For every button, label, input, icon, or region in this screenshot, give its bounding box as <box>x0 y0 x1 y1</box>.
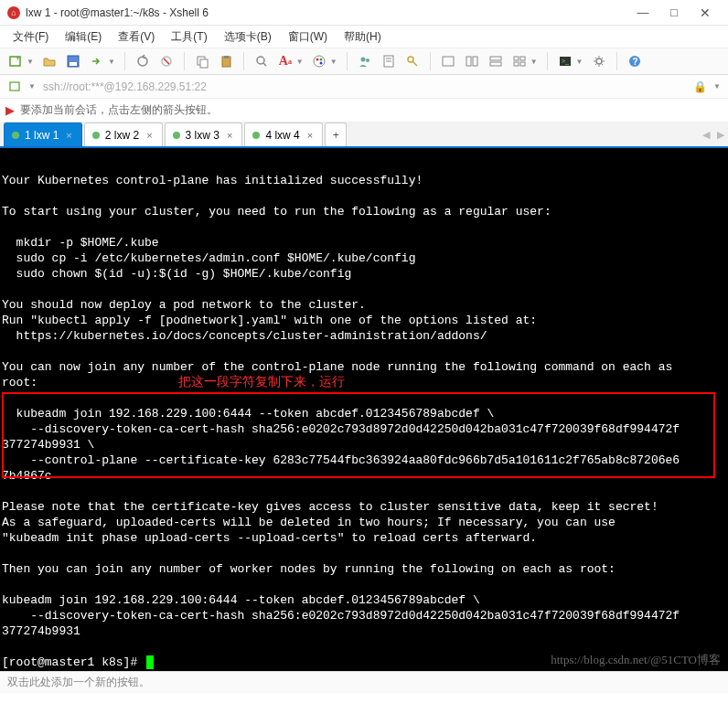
status-text: 双击此处添加一个新的按钮。 <box>7 675 150 690</box>
settings-icon[interactable] <box>589 51 609 71</box>
layout3-icon[interactable] <box>486 51 506 71</box>
users-icon[interactable] <box>355 51 375 71</box>
tab-4[interactable]: 4 lxw 4 × <box>244 122 323 146</box>
status-dot-icon <box>12 132 19 139</box>
tab-label: 3 lxw 3 <box>186 129 219 142</box>
status-dot-icon <box>92 132 100 139</box>
dropdown-icon[interactable]: ▼ <box>530 58 538 66</box>
svg-point-13 <box>314 56 325 67</box>
svg-line-23 <box>412 61 417 66</box>
tab-1[interactable]: 1 lxw 1 × <box>4 122 82 146</box>
toolbar-separator <box>124 52 125 70</box>
menu-help[interactable]: 帮助(H) <box>337 27 389 47</box>
toolbar-separator <box>184 52 185 70</box>
svg-point-15 <box>319 59 322 61</box>
svg-rect-32 <box>520 62 525 66</box>
svg-point-14 <box>316 59 318 61</box>
disconnect-icon[interactable] <box>156 51 177 71</box>
save-icon[interactable] <box>63 51 83 71</box>
tab-next-icon[interactable]: ▶ <box>713 129 728 141</box>
toolbar-separator <box>547 52 548 70</box>
layout1-icon[interactable] <box>438 51 458 71</box>
toolbar-separator <box>430 52 431 70</box>
toolbar-separator <box>616 52 617 70</box>
lock-icon: 🔒 <box>693 80 707 93</box>
copy-icon[interactable] <box>192 51 212 71</box>
tab-2[interactable]: 2 lxw 2 × <box>84 122 163 146</box>
layout4-icon[interactable] <box>509 51 530 71</box>
svg-rect-27 <box>490 57 501 60</box>
sessions-dropdown-icon[interactable] <box>5 77 26 97</box>
find-icon[interactable] <box>252 51 272 71</box>
svg-point-4 <box>138 57 147 66</box>
paste-icon[interactable] <box>216 51 236 71</box>
app-icon: ⌂ <box>7 6 20 19</box>
maximize-button[interactable]: □ <box>658 3 690 23</box>
cursor-icon <box>146 655 154 669</box>
tab-3[interactable]: 3 lxw 3 × <box>165 122 243 146</box>
dropdown-icon[interactable]: ▼ <box>27 58 34 66</box>
svg-text:+: + <box>16 54 20 63</box>
tab-prev-icon[interactable]: ◀ <box>699 129 713 141</box>
status-dot-icon <box>173 132 180 139</box>
svg-line-12 <box>263 63 266 66</box>
menu-tools[interactable]: 工具(T) <box>164 27 214 47</box>
key-icon[interactable] <box>402 51 423 71</box>
svg-rect-30 <box>520 57 525 60</box>
menu-window[interactable]: 窗口(W) <box>281 27 335 47</box>
svg-text:?: ? <box>632 57 637 67</box>
toolbar: +▼ ▼ Aa▼ ▼ ▼ >_▼ ? <box>0 48 728 75</box>
dropdown-icon[interactable]: ▼ <box>713 82 721 91</box>
address-text[interactable]: ssh://root:***@192.168.229.51:22 <box>43 80 688 93</box>
menu-file[interactable]: 文件(F) <box>5 27 56 47</box>
tab-close-icon[interactable]: × <box>146 130 152 141</box>
dropdown-icon[interactable]: ▼ <box>296 58 304 66</box>
transfer-icon[interactable] <box>87 51 107 71</box>
svg-rect-3 <box>70 62 77 66</box>
address-bar: ▼ ssh://root:***@192.168.229.51:22 🔒▼ <box>0 75 728 99</box>
dropdown-icon[interactable]: ▼ <box>108 58 115 66</box>
toolbar-separator <box>347 52 348 70</box>
svg-rect-24 <box>443 57 454 66</box>
svg-rect-28 <box>490 62 501 66</box>
font-icon[interactable]: Aa <box>275 51 295 71</box>
tab-add-button[interactable]: + <box>325 122 347 146</box>
reconnect-icon[interactable] <box>133 51 153 71</box>
menu-edit[interactable]: 编辑(E) <box>58 27 109 47</box>
svg-line-6 <box>164 59 169 64</box>
minimize-button[interactable]: — <box>627 3 658 23</box>
dropdown-icon[interactable]: ▼ <box>28 82 36 91</box>
palette-icon[interactable] <box>309 51 329 71</box>
flag-icon[interactable]: ▶ <box>5 103 15 117</box>
svg-rect-38 <box>10 82 19 91</box>
tab-close-icon[interactable]: × <box>227 130 232 141</box>
script-icon[interactable] <box>379 51 399 71</box>
tip-text: 要添加当前会话，点击左侧的箭头按钮。 <box>20 102 218 118</box>
status-dot-icon <box>252 132 260 139</box>
terminal-pane[interactable]: Your Kubernetes control-plane has initia… <box>0 148 728 671</box>
menu-tabs[interactable]: 选项卡(B) <box>217 27 279 47</box>
open-icon[interactable] <box>39 51 59 71</box>
terminal-output: Your Kubernetes control-plane has initia… <box>2 174 680 638</box>
status-bar[interactable]: 双击此处添加一个新的按钮。 <box>0 671 728 693</box>
help-icon[interactable]: ? <box>625 51 645 71</box>
terminal-prompt: [root@master1 k8s]# <box>2 655 145 669</box>
window-title: lxw 1 - root@master1:~/k8s - Xshell 6 <box>26 6 627 19</box>
svg-rect-29 <box>514 57 519 60</box>
toolbar-separator <box>243 52 244 70</box>
dropdown-icon[interactable]: ▼ <box>576 58 583 66</box>
tab-close-icon[interactable]: × <box>307 130 313 141</box>
new-session-icon[interactable]: + <box>5 51 26 71</box>
terminal-icon[interactable]: >_ <box>555 51 575 71</box>
layout2-icon[interactable] <box>462 51 482 71</box>
tab-label: 2 lxw 2 <box>105 129 139 142</box>
svg-rect-10 <box>224 56 229 59</box>
menu-view[interactable]: 查看(V) <box>111 27 162 47</box>
svg-point-17 <box>360 58 365 62</box>
tab-close-icon[interactable]: × <box>66 130 71 141</box>
svg-point-11 <box>257 57 264 64</box>
plus-icon: + <box>333 129 339 142</box>
close-button[interactable]: ✕ <box>690 3 721 23</box>
dropdown-icon[interactable]: ▼ <box>330 58 337 66</box>
watermark-text: https://blog.csdn.net/@51CTO博客 <box>551 652 721 667</box>
